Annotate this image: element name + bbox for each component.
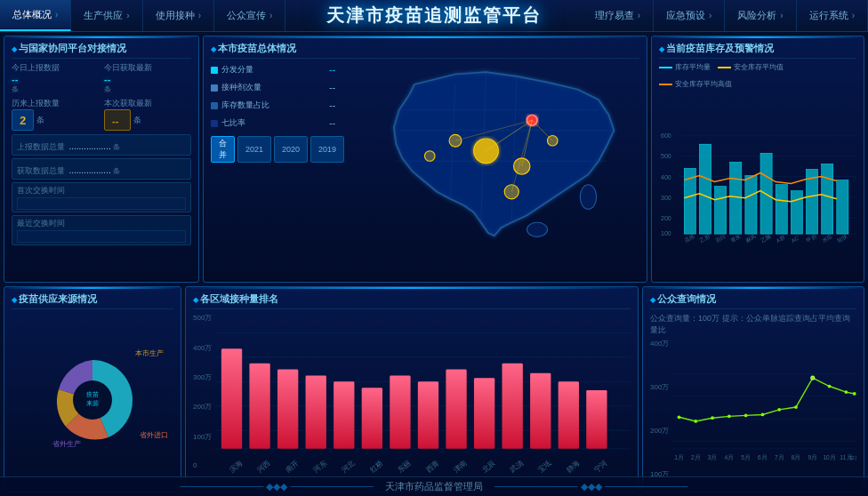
download-total-val: ................. (68, 165, 113, 175)
svg-rect-42 (837, 180, 848, 235)
svg-text:东丽: 东丽 (397, 460, 413, 475)
svg-text:百白: 百白 (714, 234, 726, 244)
nav-tab-emergency[interactable]: 应急预设 (654, 0, 725, 31)
today-stats-row: 今日上报数据 -- 条 今日获取最新 -- 条 (12, 62, 191, 94)
stat-label-1: 分发分量 (221, 64, 253, 76)
svg-text:7月: 7月 (775, 454, 784, 460)
upload-total-metric: 上报数据总量 ................. 条 (12, 134, 191, 156)
stat-label-3: 库存数量占比 (221, 100, 269, 111)
today-upload-label: 今日上报数据 (12, 62, 99, 74)
pie-chart: 疫苗 来源 本市生产 省外进口 省外生产 (48, 356, 137, 444)
map-panel-title: 本市疫苗总体情况 (211, 42, 639, 59)
svg-rect-76 (587, 390, 607, 449)
svg-point-105 (828, 385, 832, 388)
svg-rect-74 (530, 373, 551, 449)
svg-point-107 (853, 392, 856, 396)
svg-point-96 (678, 416, 681, 420)
nav-tab-therapy[interactable]: 理疗易查 (583, 0, 654, 31)
svg-rect-63 (221, 348, 242, 449)
district-chart-container: 500万 400万 300万 200万 100万 0 (193, 313, 631, 487)
svg-text:麻风: 麻风 (744, 233, 757, 244)
download-total-unit: 条 (113, 167, 120, 175)
inventory-chart-legend: 库存平均量 安全库存平均值 安全库存平均高值 (659, 62, 856, 89)
nav-tab-overview[interactable]: 总体概况 (0, 0, 71, 31)
today-download-label: 今日获取最新 (104, 62, 191, 74)
svg-text:河西: 河西 (256, 460, 272, 475)
nav-tab-system[interactable]: 运行系统 (797, 0, 868, 31)
svg-text:南开: 南开 (285, 460, 301, 475)
year-btn-2019[interactable]: 2019 (310, 136, 344, 163)
stat-val-3: -- (329, 100, 335, 110)
total-upload-label: 历来上报数量 (12, 98, 99, 109)
last-exchange-label: 最近交换时间 (17, 218, 186, 229)
year-btn-all[interactable]: 合并 (211, 136, 235, 163)
svg-text:津南: 津南 (453, 460, 469, 475)
today-upload-unit: 条 (12, 84, 99, 94)
nav-tab-usage[interactable]: 使用接种 (143, 0, 214, 31)
svg-rect-72 (474, 378, 494, 449)
pie-label-outside-prod: 省外生产 (52, 439, 81, 449)
download-total-metric: 获取数据总量 ................. 条 (12, 158, 191, 180)
right-nav: 理疗易查 应急预设 风险分析 运行系统 (583, 0, 868, 31)
svg-rect-73 (502, 364, 523, 449)
today-upload-value: -- (12, 74, 99, 84)
svg-point-100 (744, 414, 748, 418)
footer: ──────────── ◆◆◆ ──────────── 天津市药品监督管理局… (0, 476, 868, 496)
stat-icon-2 (211, 84, 218, 92)
first-exchange-label: 首次交换时间 (17, 185, 186, 196)
total-upload-value: 2 (20, 114, 26, 127)
svg-rect-64 (250, 364, 270, 449)
last-exchange-metric: 最近交换时间 (12, 215, 191, 245)
svg-point-103 (794, 405, 798, 409)
supply-panel: 疫苗供应来源情况 (4, 286, 181, 492)
stat-icon-3 (211, 102, 218, 109)
download-total-label: 获取数据总量 (17, 166, 65, 175)
survey-y-axis: 400万 300万 200万 100万 (650, 339, 672, 492)
year-btn-2021[interactable]: 2021 (237, 136, 271, 163)
footer-divider-right: ──────────── ◆◆◆ ──────────── (494, 481, 687, 492)
inventory-chart-area: 600 500 400 300 200 100 (659, 92, 856, 277)
unit1: 条 (36, 115, 44, 126)
svg-point-102 (778, 408, 782, 412)
svg-text:宁河: 宁河 (593, 460, 609, 475)
nav-tab-production[interactable]: 生产供应 (71, 0, 142, 31)
today-download-unit: 条 (104, 84, 191, 94)
svg-text:10月: 10月 (824, 454, 836, 460)
svg-rect-68 (362, 388, 382, 449)
svg-text:200: 200 (661, 215, 671, 221)
svg-text:12月: 12月 (849, 455, 856, 460)
district-panel: 各区域接种量排名 500万 400万 300万 200万 100万 0 (185, 286, 639, 492)
inventory-panel: 当前疫苗库存及预警情况 库存平均量 安全库存平均值 安全库存平均高值 (651, 36, 864, 283)
first-exchange-metric: 首次交换时间 (12, 182, 191, 212)
svg-text:轮状: 轮状 (836, 234, 848, 244)
svg-text:300: 300 (661, 195, 671, 201)
footer-divider-left: ──────────── ◆◆◆ ──────────── (181, 481, 374, 492)
inventory-chart-svg: 600 500 400 300 200 100 (659, 92, 856, 277)
svg-point-14 (425, 151, 436, 162)
legend-item-avg: 库存平均量 (659, 62, 711, 72)
svg-text:乙脑: 乙脑 (760, 233, 772, 244)
svg-text:河北: 河北 (341, 460, 357, 475)
year-btn-2020[interactable]: 2020 (274, 136, 308, 163)
svg-point-0 (580, 185, 596, 210)
svg-text:宝坻: 宝坻 (537, 460, 553, 475)
svg-text:9月: 9月 (808, 454, 818, 460)
svg-text:1月: 1月 (675, 454, 685, 460)
china-map-container (353, 62, 639, 250)
svg-text:来源: 来源 (86, 400, 99, 406)
total-download-value: -- (112, 116, 118, 126)
today-upload-item: 今日上报数据 -- 条 (12, 62, 99, 94)
svg-text:武清: 武清 (509, 460, 525, 475)
svg-text:脊灰: 脊灰 (729, 234, 741, 244)
svg-text:6月: 6月 (758, 454, 768, 460)
svg-text:甲肝: 甲肝 (806, 234, 817, 244)
nav-tab-public[interactable]: 公众宣传 (214, 0, 285, 31)
today-download-value: -- (104, 74, 191, 84)
legend-item-safe: 安全库存平均值 (718, 62, 784, 72)
inventory-panel-title: 当前疫苗库存及预警情况 (659, 42, 856, 59)
supply-chart-container: 疫苗 来源 本市生产 省外进口 省外生产 (12, 313, 173, 487)
legend-color-safe (718, 67, 731, 68)
svg-text:疫苗: 疫苗 (86, 391, 99, 397)
map-panel: 本市疫苗总体情况 分发分量 -- 接种剂次量 -- (203, 36, 647, 283)
nav-tab-risk[interactable]: 风险分析 (725, 0, 796, 31)
